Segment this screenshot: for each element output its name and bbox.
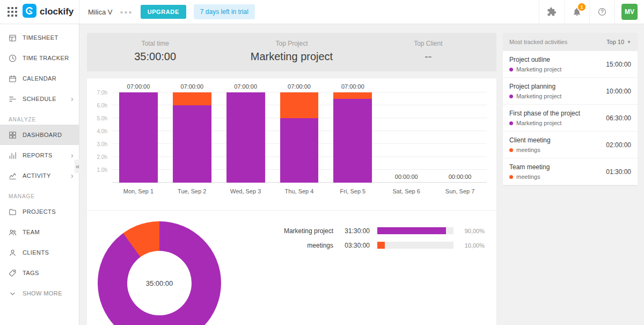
sidebar-collapse-button[interactable]: « xyxy=(75,160,80,173)
collapse-icon: « xyxy=(76,162,79,170)
legend-label: meetings xyxy=(262,242,333,249)
avatar[interactable]: MV xyxy=(621,4,638,20)
sidebar-item-tags[interactable]: TAGS xyxy=(0,263,79,283)
sidebar-item-activity[interactable]: ACTIVITY › xyxy=(0,165,79,186)
activities-list: Project outlineMarketing project15:00:00… xyxy=(503,51,638,185)
x-axis-label: Fri, Sep 5 xyxy=(326,188,379,194)
sidebar-item-label: DASHBOARD xyxy=(23,132,62,138)
sidebar-section-manage: MANAGE xyxy=(0,193,79,199)
charts-card: 1.0h2.0h3.0h4.0h5.0h6.0h7.0h07:00:0007:0… xyxy=(87,78,496,325)
project-color-dot xyxy=(509,95,513,98)
sidebar-item-show-more[interactable]: SHOW MORE xyxy=(0,283,79,304)
sidebar-item-label: TAGS xyxy=(23,270,39,276)
activity-row[interactable]: Project planningMarketing project10:00:0… xyxy=(503,78,638,105)
header-middle: Milica V ●●● UPGRADE 7 days left in tria… xyxy=(79,0,539,24)
activity-info: Team meetingmeetings xyxy=(509,163,550,180)
person-icon xyxy=(8,248,17,257)
tag-icon xyxy=(8,268,17,278)
project-color-dot xyxy=(509,121,513,125)
activity-project: Marketing project xyxy=(509,66,561,73)
puzzle-icon xyxy=(547,7,557,17)
sidebar-item-dashboard[interactable]: DASHBOARD xyxy=(0,125,79,145)
sidebar-item-timesheet[interactable]: TIMESHEET xyxy=(0,27,79,48)
activity-duration: 15:00:00 xyxy=(606,61,631,68)
activity-duration: 06:30:00 xyxy=(606,114,631,122)
bar-segment-meetings xyxy=(280,92,319,118)
y-axis-tick: 2.0h xyxy=(88,154,107,160)
sidebar-item-schedule[interactable]: SCHEDULE › xyxy=(0,89,79,109)
activities-column: Most tracked activities Top 10 ▼ Project… xyxy=(503,33,638,325)
chevron-right-icon: › xyxy=(71,172,74,179)
bar-column: 07:00:00 xyxy=(326,78,379,183)
bar-segment-meetings xyxy=(333,92,372,99)
sidebar-item-label: ACTIVITY xyxy=(23,172,51,179)
y-axis-tick: 3.0h xyxy=(88,141,107,147)
activity-name: Project planning xyxy=(509,83,561,90)
bar-chart-plot: 1.0h2.0h3.0h4.0h5.0h6.0h7.0h07:00:0007:0… xyxy=(112,87,487,183)
legend-bar-fill xyxy=(377,242,385,249)
y-axis-tick: 4.0h xyxy=(88,128,107,134)
activity-info: Project planningMarketing project xyxy=(509,83,561,99)
clockify-logo[interactable]: clockify xyxy=(23,4,74,20)
chevron-right-icon: › xyxy=(71,151,74,159)
top-10-label: Top 10 xyxy=(606,39,624,45)
legend-percent: 10,00% xyxy=(459,242,485,249)
most-tracked-activities-card: Most tracked activities Top 10 ▼ Project… xyxy=(503,33,638,185)
bar-columns: 07:00:0007:00:0007:00:0007:00:0007:00:00… xyxy=(112,78,487,183)
main-content: Total time 35:00:00 Top Project Marketin… xyxy=(79,24,644,325)
activity-row[interactable]: Team meetingmeetings01:30:00 xyxy=(503,158,638,185)
legend-time: 03:30:00 xyxy=(340,242,370,249)
summary-label: Top Client xyxy=(360,40,496,47)
activity-row[interactable]: Client meetingmeetings02:00:00 xyxy=(503,132,638,158)
project-name: meetings xyxy=(516,174,540,180)
activity-row[interactable]: First phase of the projectMarketing proj… xyxy=(503,105,638,132)
activity-row[interactable]: Project outlineMarketing project15:00:00 xyxy=(503,51,638,78)
sidebar-item-team[interactable]: TEAM xyxy=(0,222,79,242)
schedule-icon xyxy=(8,94,17,104)
legend-percent: 90,00% xyxy=(459,228,485,234)
apps-grid-icon[interactable] xyxy=(8,7,17,17)
bar-stack xyxy=(226,92,265,183)
calendar-icon xyxy=(8,74,17,83)
help-icon xyxy=(597,7,607,17)
bar-stack xyxy=(333,92,372,183)
activity-project: Marketing project xyxy=(509,120,580,126)
upgrade-button[interactable]: UPGRADE xyxy=(141,5,186,19)
x-axis-label: Sun, Sep 7 xyxy=(433,188,487,194)
activity-name: Project outline xyxy=(509,56,561,63)
bar-value-label: 07:00:00 xyxy=(326,83,379,90)
bar-segment-marketing-project xyxy=(226,92,265,183)
more-options-icon[interactable]: ●●● xyxy=(120,9,133,15)
user-menu[interactable]: MV xyxy=(614,0,644,24)
summary-top-client: Top Client -- xyxy=(360,33,496,71)
integrations-button[interactable] xyxy=(539,0,564,24)
clockify-logo-icon xyxy=(23,4,36,20)
help-button[interactable] xyxy=(589,0,614,24)
bar-segment-meetings xyxy=(173,92,211,105)
sidebar-item-time-tracker[interactable]: TIME TRACKER xyxy=(0,48,79,68)
activity-info: First phase of the projectMarketing proj… xyxy=(509,110,580,126)
donut-center-label: 35:00:00 xyxy=(127,251,192,315)
chevron-down-icon xyxy=(8,288,17,298)
x-axis-label: Thu, Sep 4 xyxy=(273,188,326,194)
dashboard-column: Total time 35:00:00 Top Project Marketin… xyxy=(87,33,496,325)
bar-segment-marketing-project xyxy=(119,92,158,183)
bar-value-label: 07:00:00 xyxy=(165,83,219,90)
sidebar-item-label: TIMESHEET xyxy=(23,34,58,41)
summary-total-time: Total time 35:00:00 xyxy=(87,33,223,71)
sidebar: TIMESHEET TIME TRACKER CALENDAR SCHEDULE… xyxy=(0,24,79,325)
x-axis-label: Tue, Sep 2 xyxy=(165,188,219,194)
sidebar-item-clients[interactable]: CLIENTS xyxy=(0,242,79,263)
sidebar-item-projects[interactable]: PROJECTS xyxy=(0,201,79,222)
notifications-button[interactable]: 1 xyxy=(564,0,589,24)
sidebar-item-calendar[interactable]: CALENDAR xyxy=(0,68,79,89)
summary-top-project: Top Project Marketing project xyxy=(223,33,360,71)
trial-badge: 7 days left in trial xyxy=(194,4,255,19)
donut-legend: Marketing project31:30:0090,00%meetings0… xyxy=(262,223,485,325)
sidebar-item-label: CLIENTS xyxy=(23,249,49,256)
sidebar-item-reports[interactable]: REPORTS › xyxy=(0,145,79,165)
top-10-dropdown[interactable]: Top 10 ▼ xyxy=(606,39,631,45)
bar-stack xyxy=(173,92,211,183)
activities-header: Most tracked activities Top 10 ▼ xyxy=(503,33,638,51)
workspace-name[interactable]: Milica V xyxy=(88,8,113,16)
